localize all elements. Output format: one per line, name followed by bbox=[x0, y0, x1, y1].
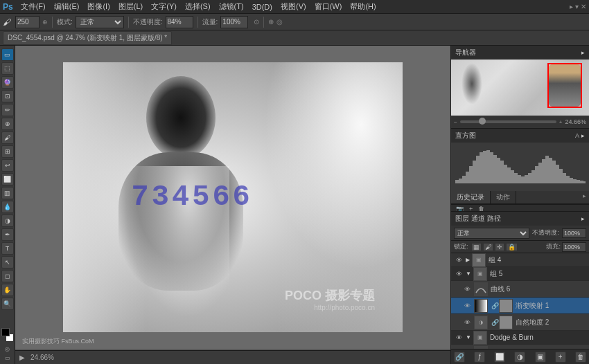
tab-actions[interactable]: 动作 bbox=[491, 191, 516, 203]
lock-transparent-btn[interactable]: ▦ bbox=[471, 243, 482, 251]
navigator-zoom-bar: − + 24.66% bbox=[451, 116, 589, 128]
tool-zoom[interactable]: 🔍 bbox=[1, 298, 14, 310]
screen-mode-btn[interactable]: ▭ bbox=[5, 355, 10, 361]
menu-layer[interactable]: 图层(L) bbox=[115, 1, 146, 12]
brush-size-slider: ⊕ bbox=[42, 19, 48, 26]
lock-paint-btn[interactable]: 🖌 bbox=[483, 243, 493, 251]
layer-vibrance-2[interactable]: 👁 ◑ 🔗 自然地度 2 bbox=[451, 314, 589, 331]
tool-heal[interactable]: ⊕ bbox=[1, 118, 14, 130]
layer-adjustment-btn[interactable]: ◑ bbox=[514, 352, 525, 363]
layer-eye-curves6[interactable]: 👁 bbox=[462, 284, 472, 294]
layers-menu-icon[interactable]: ▸ bbox=[581, 215, 585, 222]
menu-3d[interactable]: 3D(D) bbox=[249, 3, 276, 11]
blend-mode-select[interactable]: 正常 bbox=[454, 228, 529, 239]
layer-group-btn[interactable]: ▣ bbox=[535, 352, 546, 363]
layer-group-dodge-burn[interactable]: 👁 ▼ ▣ Dodge & Burn bbox=[451, 331, 589, 345]
layer-group-4[interactable]: 👁 ▶ ▣ 组 4 bbox=[451, 253, 589, 267]
tool-gradient[interactable]: ▥ bbox=[1, 187, 14, 199]
tool-dodge[interactable]: ◑ bbox=[1, 215, 14, 227]
layer-mask-btn[interactable]: ⬜ bbox=[494, 352, 505, 363]
foreground-color-swatch[interactable] bbox=[1, 328, 10, 336]
menu-filter[interactable]: 滤镜(T) bbox=[216, 1, 247, 12]
history-new-btn[interactable]: + bbox=[467, 205, 475, 212]
history-snapshot-btn[interactable]: 📷 bbox=[454, 205, 466, 212]
layers-footer: 🔗 ƒ ⬜ ◑ ▣ + 🗑 bbox=[451, 349, 589, 364]
layer-thumb-group5: ▣ bbox=[473, 267, 487, 281]
separator4 bbox=[263, 17, 264, 28]
navigator-menu-icon[interactable]: ▸ bbox=[581, 49, 585, 56]
tool-stamp[interactable]: ⊞ bbox=[1, 145, 14, 158]
zoom-in-icon[interactable]: + bbox=[559, 119, 563, 125]
history-delete-btn[interactable]: 🗑 bbox=[476, 205, 486, 212]
layer-new-btn[interactable]: + bbox=[555, 352, 566, 363]
tool-eyedropper[interactable]: ✏ bbox=[1, 104, 14, 116]
menu-text[interactable]: 文字(Y) bbox=[148, 1, 180, 12]
tool-lasso[interactable]: ⬚ bbox=[1, 62, 14, 75]
canvas-zoom-value: 24.66% bbox=[30, 354, 54, 361]
brush-size-input[interactable] bbox=[15, 16, 39, 28]
menu-help[interactable]: 帮助(H) bbox=[346, 1, 379, 12]
mode-select[interactable]: 正常 bbox=[76, 16, 124, 28]
quick-mask-btn[interactable]: ◎ bbox=[5, 346, 10, 352]
tool-pen[interactable]: ✒ bbox=[1, 228, 14, 241]
layer-eye-group4[interactable]: 👁 bbox=[454, 255, 464, 265]
menu-edit[interactable]: 编辑(E) bbox=[51, 1, 83, 12]
tool-brush[interactable]: 🖌 bbox=[1, 131, 14, 144]
tool-wand[interactable]: 🔮 bbox=[1, 76, 14, 89]
airbrush-icon[interactable]: ⊙ bbox=[254, 18, 259, 26]
layer-fx-btn[interactable]: ƒ bbox=[474, 352, 485, 363]
menu-view[interactable]: 视图(V) bbox=[277, 1, 310, 12]
zoom-slider[interactable] bbox=[460, 120, 556, 123]
tool-text[interactable]: T bbox=[1, 242, 14, 255]
layer-group-5[interactable]: 👁 ▼ ▣ 组 5 bbox=[451, 267, 589, 281]
flow-input[interactable] bbox=[220, 16, 248, 28]
menu-image[interactable]: 图像(I) bbox=[84, 1, 113, 12]
fill-input[interactable] bbox=[562, 242, 586, 252]
layer-link-btn[interactable]: 🔗 bbox=[454, 352, 465, 363]
layer-chain-gradient1: 🔗 bbox=[491, 302, 499, 309]
tool-marquee[interactable]: ▭ bbox=[1, 48, 14, 61]
layer-eye-gradient1[interactable]: 👁 bbox=[462, 301, 472, 311]
layer-eye-vibrance2[interactable]: 👁 bbox=[462, 318, 472, 327]
histogram-menu[interactable]: ▸ bbox=[581, 132, 585, 139]
layer-delete-btn[interactable]: 🗑 bbox=[575, 352, 586, 363]
svg-rect-20 bbox=[525, 175, 528, 183]
menu-window[interactable]: 窗口(W) bbox=[311, 1, 346, 12]
opacity-input[interactable] bbox=[562, 228, 586, 238]
menu-select[interactable]: 选择(S) bbox=[182, 1, 214, 12]
tool-blur[interactable]: 💧 bbox=[1, 201, 14, 213]
lock-all-btn[interactable]: 🔒 bbox=[506, 243, 518, 251]
lock-move-btn[interactable]: ✛ bbox=[495, 243, 504, 251]
tool-eraser[interactable]: ⬜ bbox=[1, 173, 14, 185]
tool-path-select[interactable]: ↖ bbox=[1, 256, 14, 269]
opacity-input[interactable] bbox=[166, 16, 193, 28]
tab-history[interactable]: 历史记录 bbox=[451, 191, 491, 203]
svg-rect-15 bbox=[507, 167, 511, 183]
layer-chain-vibrance2: 🔗 bbox=[491, 319, 499, 326]
lock-label: 锁定: bbox=[454, 242, 468, 251]
histogram-content bbox=[451, 143, 589, 191]
pressure-icon: ⊕ bbox=[268, 18, 274, 26]
layer-mask-vibrance2 bbox=[499, 316, 513, 329]
separator2 bbox=[128, 17, 129, 28]
curves-thumb-icon bbox=[475, 283, 487, 295]
histogram-channel: A bbox=[575, 132, 579, 139]
tool-history-brush[interactable]: ↩ bbox=[1, 159, 14, 172]
histogram-panel: 直方图 A ▸ bbox=[451, 129, 589, 191]
tool-icon-brush: 🖌 bbox=[3, 17, 11, 27]
right-panel: 导航器 ▸ − bbox=[450, 46, 589, 364]
layer-gradient-map-1[interactable]: 👁 🔗 渐变映射 1 bbox=[451, 298, 589, 314]
histogram-graph bbox=[455, 145, 586, 183]
svg-rect-0 bbox=[455, 180, 459, 183]
tool-hand[interactable]: ✋ bbox=[1, 284, 14, 296]
layer-eye-dodgeburn[interactable]: 👁 bbox=[454, 333, 464, 343]
layer-eye-group5[interactable]: 👁 bbox=[454, 269, 464, 279]
layer-curves-6[interactable]: 👁 曲线 6 bbox=[451, 281, 589, 298]
tool-crop[interactable]: ⊡ bbox=[1, 90, 14, 102]
tool-shape[interactable]: ◻ bbox=[1, 270, 14, 282]
menu-file[interactable]: 文件(F) bbox=[17, 1, 49, 12]
canvas-zoom-btn[interactable]: ▶ bbox=[19, 354, 25, 361]
document-tab[interactable]: DSC_4554.psd @ 24.7% (新变映射 1, 图层蒙版/8) * bbox=[3, 31, 172, 45]
zoom-out-icon[interactable]: − bbox=[454, 119, 457, 125]
history-menu-icon[interactable]: ▸ bbox=[580, 191, 589, 203]
